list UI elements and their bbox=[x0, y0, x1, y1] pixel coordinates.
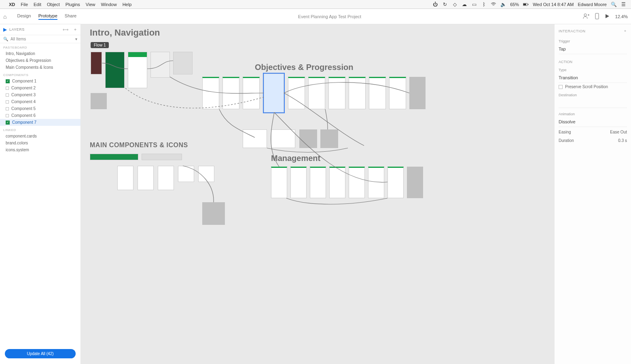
display-icon[interactable]: ▭ bbox=[471, 2, 477, 7]
panel-collapse-icon[interactable]: ⟷ bbox=[63, 28, 68, 32]
sync-icon[interactable]: ↻ bbox=[442, 2, 448, 7]
menu-help[interactable]: Help bbox=[123, 2, 132, 7]
linked-item[interactable]: component.cards bbox=[0, 133, 80, 140]
artboard[interactable] bbox=[202, 77, 219, 109]
artboard[interactable] bbox=[243, 77, 260, 109]
pasteboard-item[interactable]: Intro, Navigation bbox=[0, 50, 80, 57]
layers-search-value: All Items bbox=[11, 37, 26, 41]
menu-plugins[interactable]: Plugins bbox=[66, 2, 80, 7]
artboard[interactable] bbox=[271, 129, 295, 148]
user-name[interactable]: Edward Moore bbox=[578, 2, 607, 7]
flow-badge[interactable]: Flow 1 bbox=[91, 42, 109, 48]
artboard[interactable] bbox=[222, 77, 239, 109]
artboard[interactable] bbox=[368, 167, 384, 198]
component-item[interactable]: ✓Component 1 bbox=[0, 78, 80, 85]
animation-select[interactable]: Dissolve bbox=[559, 118, 627, 127]
easing-select[interactable]: Ease Out bbox=[610, 130, 627, 134]
artboard[interactable] bbox=[328, 77, 345, 109]
artboard[interactable] bbox=[271, 167, 287, 198]
menu-view[interactable]: View bbox=[86, 2, 95, 7]
component-bar[interactable] bbox=[142, 154, 182, 160]
dropbox-icon[interactable]: ◇ bbox=[452, 2, 457, 7]
clock[interactable]: Wed Oct 14 8:47 AM bbox=[533, 2, 574, 7]
desktop-preview-play-icon[interactable] bbox=[605, 14, 610, 19]
toggle-icon[interactable]: ⏻ bbox=[432, 2, 438, 7]
artboard[interactable] bbox=[91, 93, 107, 109]
menu-app-name[interactable]: XD bbox=[9, 2, 15, 7]
component-item[interactable]: ✓Component 7 bbox=[0, 119, 80, 126]
artboard[interactable] bbox=[202, 202, 225, 225]
menu-list-icon[interactable]: ☰ bbox=[620, 2, 626, 7]
component-item[interactable]: Component 6 bbox=[0, 112, 80, 119]
artboard[interactable] bbox=[369, 77, 386, 109]
destination-select[interactable] bbox=[559, 99, 627, 108]
svg-rect-1 bbox=[523, 3, 526, 5]
mobile-preview-icon[interactable] bbox=[595, 13, 599, 20]
layers-search[interactable]: 🔍 All Items ▾ bbox=[0, 35, 80, 43]
wifi-icon[interactable] bbox=[491, 2, 496, 7]
artboard[interactable] bbox=[308, 77, 325, 109]
invite-icon[interactable] bbox=[583, 13, 589, 20]
duration-field[interactable]: 0.3 s bbox=[618, 138, 627, 143]
linked-item[interactable]: icons.system bbox=[0, 146, 80, 153]
artboard[interactable] bbox=[389, 77, 406, 109]
pasteboard-item[interactable]: Objectives & Progression bbox=[0, 57, 80, 64]
component-card[interactable] bbox=[198, 166, 214, 182]
component-card[interactable] bbox=[138, 166, 154, 190]
component-card[interactable] bbox=[158, 166, 174, 190]
artboard[interactable] bbox=[299, 129, 317, 148]
artboard[interactable] bbox=[329, 167, 345, 198]
volume-icon[interactable]: 🔈 bbox=[500, 2, 506, 7]
component-bar[interactable] bbox=[90, 154, 138, 160]
artboard[interactable] bbox=[288, 77, 305, 109]
artboard[interactable] bbox=[105, 52, 125, 88]
battery-icon[interactable] bbox=[523, 2, 529, 7]
prototype-canvas[interactable]: Intro, Navigation Objectives & Progressi… bbox=[81, 24, 554, 364]
tab-prototype[interactable]: Prototype bbox=[38, 13, 57, 20]
trigger-select[interactable]: Tap bbox=[559, 45, 627, 54]
tab-share[interactable]: Share bbox=[65, 13, 76, 20]
add-layer-icon[interactable]: ＋ bbox=[73, 27, 77, 32]
add-interaction-icon[interactable]: ＋ bbox=[623, 28, 627, 34]
component-item[interactable]: Component 2 bbox=[0, 85, 80, 91]
component-card[interactable] bbox=[117, 166, 133, 190]
artboard[interactable] bbox=[128, 52, 147, 88]
menu-object[interactable]: Object bbox=[47, 2, 60, 7]
component-item[interactable]: Component 4 bbox=[0, 98, 80, 105]
artboard[interactable] bbox=[173, 52, 193, 74]
left-panel: ▶ Layers ⟷ ＋ 🔍 All Items ▾ PASTEBOARD In… bbox=[0, 24, 81, 364]
menu-edit[interactable]: Edit bbox=[34, 2, 41, 7]
bluetooth-icon[interactable]: ᛒ bbox=[481, 2, 487, 7]
tab-design[interactable]: Design bbox=[17, 13, 31, 20]
artboard[interactable] bbox=[407, 167, 423, 198]
pasteboard-item[interactable]: Main Components & Icons bbox=[0, 64, 80, 71]
flow-start-icon[interactable]: ▶ bbox=[3, 27, 7, 32]
cloud-icon[interactable]: ☁ bbox=[462, 2, 467, 7]
artboard[interactable] bbox=[349, 77, 366, 109]
home-icon[interactable]: ⌂ bbox=[3, 13, 6, 20]
spotlight-icon[interactable]: 🔍 bbox=[611, 2, 616, 7]
type-select[interactable]: Transition bbox=[559, 74, 627, 83]
component-item[interactable]: Component 5 bbox=[0, 105, 80, 112]
macos-menubar: XD File Edit Object Plugins View Window … bbox=[0, 0, 631, 9]
chevron-down-icon: ▾ bbox=[75, 37, 77, 41]
artboard[interactable] bbox=[91, 52, 102, 74]
zoom-level[interactable]: 12.4% bbox=[615, 14, 628, 19]
menu-window[interactable]: Window bbox=[101, 2, 117, 7]
mode-tabs: Design Prototype Share bbox=[17, 13, 76, 20]
artboard[interactable] bbox=[320, 129, 338, 148]
artboard[interactable] bbox=[150, 52, 170, 78]
artboard[interactable] bbox=[290, 167, 307, 198]
component-card[interactable] bbox=[178, 166, 194, 182]
component-item[interactable]: Component 3 bbox=[0, 91, 80, 98]
update-all-button[interactable]: Update All (42) bbox=[5, 349, 76, 358]
menu-file[interactable]: File bbox=[21, 2, 28, 7]
preserve-scroll-checkbox[interactable]: Preserve Scroll Position bbox=[559, 85, 627, 89]
artboard[interactable] bbox=[387, 167, 404, 198]
artboard[interactable] bbox=[243, 129, 267, 148]
artboard[interactable] bbox=[409, 77, 426, 109]
artboard[interactable] bbox=[349, 167, 365, 198]
linked-item[interactable]: brand.colors bbox=[0, 140, 80, 146]
artboard-selected[interactable] bbox=[264, 74, 284, 112]
artboard[interactable] bbox=[310, 167, 326, 198]
